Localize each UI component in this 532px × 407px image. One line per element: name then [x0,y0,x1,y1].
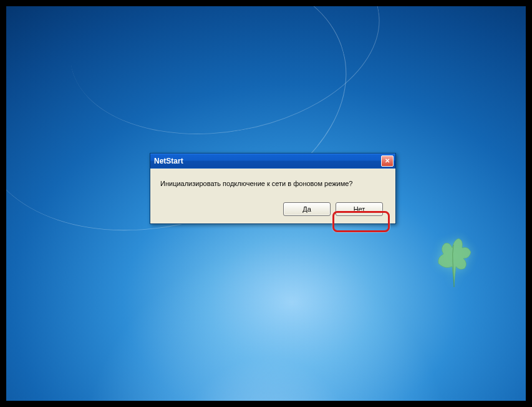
dialog-body: Инициализировать подключение к сети в фо… [150,169,395,223]
yes-button[interactable]: Да [283,202,331,216]
dialog-title: NetStart [154,157,183,165]
netstart-dialog: NetStart ✕ Инициализировать подключение … [150,153,396,224]
dialog-message: Инициализировать подключение к сети в фо… [160,180,385,187]
background-glow [48,213,485,401]
decorative-leaf [432,232,476,288]
close-button[interactable]: ✕ [381,155,394,167]
dialog-titlebar[interactable]: NetStart ✕ [150,154,395,169]
no-button[interactable]: Нет [336,202,383,216]
desktop-background: NetStart ✕ Инициализировать подключение … [6,6,526,401]
close-icon: ✕ [385,158,390,164]
button-row: Да Нет [160,202,385,216]
